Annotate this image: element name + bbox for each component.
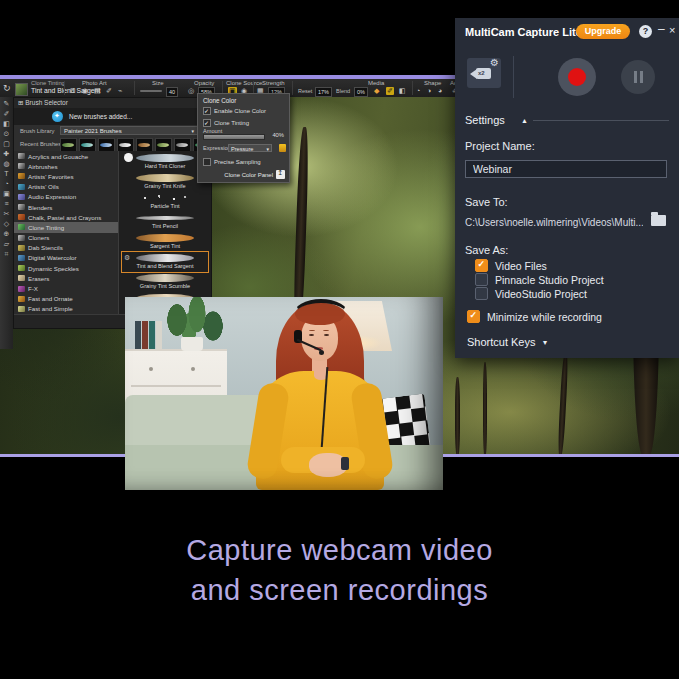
checkbox-icon[interactable]	[475, 273, 488, 286]
project-name-input[interactable]	[465, 160, 667, 178]
folder-icon[interactable]	[651, 215, 666, 226]
tool-icon[interactable]: ✚	[4, 149, 10, 158]
shape-icon[interactable]: ◑	[427, 87, 431, 95]
photo-art-icon[interactable]: ▤	[94, 87, 101, 95]
brush-category[interactable]: Cloners	[14, 233, 118, 243]
checkbox-icon[interactable]	[203, 158, 211, 166]
recent-brush-thumb[interactable]	[155, 138, 172, 152]
shortcut-keys-toggle[interactable]: Shortcut Keys	[467, 336, 535, 348]
brush-category-selected[interactable]: Clone Tinting	[14, 222, 118, 232]
amount-slider[interactable]	[203, 134, 265, 140]
brush-variant[interactable]: Sargent Tint	[122, 232, 208, 252]
caption-line: Capture webcam video	[0, 530, 679, 570]
expression-dropdown[interactable]: Pressure ▾	[228, 144, 272, 152]
upgrade-button[interactable]: Upgrade	[576, 24, 630, 39]
tool-icon[interactable]: ✂	[4, 209, 10, 218]
brush-variant[interactable]: Grainy Tint Knife	[122, 172, 208, 192]
recent-brush-thumb[interactable]	[79, 138, 96, 152]
webcam-video-overlay[interactable]	[125, 297, 443, 490]
shape-icon[interactable]: ◕	[438, 87, 442, 95]
precise-sampling-checkbox[interactable]: Precise Sampling	[203, 158, 261, 166]
minimize-button[interactable]: –	[658, 22, 665, 36]
brush-variant-selected[interactable]: ⚙ Tint and Blend Sargent	[122, 252, 208, 272]
brush-category[interactable]: Digital Watercolor	[14, 253, 118, 263]
option-videostudio[interactable]: VideoStudio Project	[475, 287, 587, 300]
tool-icon[interactable]: ◇	[4, 219, 9, 228]
brush-category[interactable]: Airbrushes	[14, 161, 118, 171]
tool-icon[interactable]: ◧	[3, 119, 10, 128]
brush-category[interactable]: Erasers	[14, 273, 118, 283]
option-pinnacle-studio[interactable]: Pinnacle Studio Project	[475, 273, 604, 286]
reset-value[interactable]: 17%	[315, 87, 332, 97]
tool-icon[interactable]: ▢	[3, 139, 10, 148]
tool-icon[interactable]: ◍	[3, 159, 9, 168]
size-value[interactable]: 40	[166, 87, 178, 97]
photo-art-icon[interactable]: ⌁	[118, 87, 122, 95]
brush-variant[interactable]: Particle Tint	[122, 192, 208, 212]
media-icon[interactable]: ◆	[374, 87, 379, 95]
tool-icon[interactable]: ◔	[4, 179, 8, 188]
brush-preview-icon[interactable]	[15, 83, 28, 96]
gear-icon: ⚙	[490, 57, 499, 68]
expression-settings-icon[interactable]	[279, 144, 286, 152]
media-icon[interactable]: ✐	[386, 87, 394, 95]
brush-category[interactable]: F-X	[14, 283, 118, 293]
recent-brush-thumb[interactable]	[174, 138, 191, 152]
minimize-while-recording[interactable]: Minimize while recording	[467, 310, 602, 323]
brush-library-dropdown[interactable]: Painter 2021 Brushes ▾	[60, 126, 198, 135]
save-to-path[interactable]: C:\Users\noelle.wilmering\Videos\Multi..…	[465, 217, 643, 228]
brush-category[interactable]: Audio Expression	[14, 192, 118, 202]
tool-icon[interactable]: ▣	[3, 189, 10, 198]
tool-icon[interactable]: ⌗	[5, 249, 9, 258]
brush-variant[interactable]: Hard Tint Cloner	[122, 152, 208, 172]
brush-category[interactable]: Dynamic Speckles	[14, 263, 118, 273]
tool-icon[interactable]: T	[4, 169, 8, 178]
tool-icon[interactable]: ⊕	[4, 229, 10, 238]
option-video-files[interactable]: Video Files	[475, 259, 547, 272]
brush-category[interactable]: Blenders	[14, 202, 118, 212]
new-brushes-notification[interactable]: ✦ New brushes added... ▸	[14, 108, 211, 125]
photo-art-icon[interactable]: ◉	[82, 87, 88, 95]
clone-tinting-checkbox[interactable]: Clone Tinting	[203, 119, 249, 127]
brush-variant[interactable]: Tint Pencil	[122, 212, 208, 232]
tool-icon[interactable]: ▱	[4, 239, 9, 248]
shape-icon[interactable]: ◔	[416, 87, 420, 95]
checkbox-icon[interactable]	[203, 107, 211, 115]
photo-art-icon[interactable]: ✐	[106, 87, 112, 95]
reset-tool-icon[interactable]: ↻	[3, 84, 11, 92]
recent-brush-thumb[interactable]	[117, 138, 134, 152]
blend-value[interactable]: 0%	[354, 87, 368, 97]
record-button[interactable]	[558, 58, 596, 96]
pause-button[interactable]	[621, 60, 655, 94]
brush-selector-titlebar[interactable]: ⊞ Brush Selector ≡	[14, 98, 211, 108]
brush-category[interactable]: Acrylics and Gouache	[14, 151, 118, 161]
brush-category[interactable]: Dab Stencils	[14, 243, 118, 253]
photo-art-icon[interactable]: ⊡	[70, 87, 76, 95]
checkbox-icon[interactable]	[203, 119, 211, 127]
clone-color-panel-button[interactable]: Clone Color Panel	[224, 170, 285, 179]
capture-sources-button[interactable]: x2 ⚙	[467, 58, 501, 88]
checkbox-icon[interactable]	[475, 287, 488, 300]
settings-toggle[interactable]: Settings	[465, 114, 505, 126]
tool-icon[interactable]: ✐	[4, 109, 10, 118]
tool-icon[interactable]: ⊙	[4, 129, 10, 138]
checkbox-icon[interactable]	[467, 310, 480, 323]
size-slider[interactable]	[140, 90, 162, 92]
brush-variant[interactable]: Grainy Tint Scumble	[122, 272, 208, 292]
shape-label: Shape	[424, 80, 441, 86]
tool-icon[interactable]: ✎	[4, 99, 10, 108]
brush-category[interactable]: Artists' Oils	[14, 182, 118, 192]
tool-icon[interactable]: ≡	[4, 199, 8, 208]
recent-brush-thumb[interactable]	[136, 138, 153, 152]
recent-brush-thumb[interactable]	[60, 138, 77, 152]
checkbox-icon[interactable]	[475, 259, 488, 272]
brush-category[interactable]: Fast and Simple	[14, 304, 118, 314]
enable-clone-color-checkbox[interactable]: Enable Clone Color	[203, 107, 266, 115]
help-button[interactable]: ?	[639, 25, 652, 38]
recent-brush-thumb[interactable]	[98, 138, 115, 152]
close-button[interactable]: ×	[669, 24, 675, 36]
brush-category[interactable]: Fast and Ornate	[14, 294, 118, 304]
brush-category[interactable]: Artists' Favorites	[14, 171, 118, 181]
brush-category[interactable]: Chalk, Pastel and Crayons	[14, 212, 118, 222]
media-icon[interactable]: ◧	[399, 87, 406, 95]
